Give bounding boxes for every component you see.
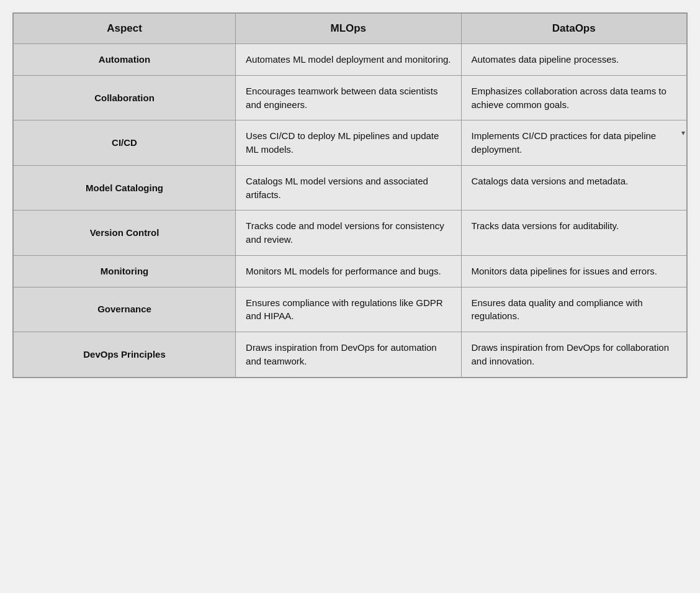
cell-mlops: Encourages teamwork between data scienti… [236,75,461,120]
table-row: MonitoringMonitors ML models for perform… [14,255,687,287]
table-header-row: Aspect MLOps DataOps [14,14,687,44]
cell-dataops: Draws inspiration from DevOps for collab… [461,332,686,378]
cell-mlops: Monitors ML models for performance and b… [236,255,461,287]
cell-mlops: Ensures compliance with regulations like… [236,287,461,332]
cell-mlops: Automates ML model deployment and monito… [236,44,461,76]
table-row: Model CatalogingCatalogs ML model versio… [14,165,687,210]
cell-dataops: Catalogs data versions and metadata. [461,165,686,210]
cell-dataops: Ensures data quality and compliance with… [461,287,686,332]
cell-aspect: Version Control [14,210,236,256]
table-row: CI/CDUses CI/CD to deploy ML pipelines a… [14,120,687,166]
cell-mlops: Uses CI/CD to deploy ML pipelines and up… [236,120,461,166]
cell-mlops: Catalogs ML model versions and associate… [236,165,461,210]
comparison-table-container: Aspect MLOps DataOps AutomationAutomates… [12,12,688,378]
cell-dataops: Automates data pipeline processes. [461,44,686,76]
cell-dataops: Monitors data pipelines for issues and e… [461,255,686,287]
cell-dataops: Implements CI/CD practices for data pipe… [461,120,686,166]
table-row: AutomationAutomates ML model deployment … [14,44,687,76]
header-dataops: DataOps [461,14,686,44]
header-mlops: MLOps [236,14,461,44]
header-aspect: Aspect [14,14,236,44]
cell-aspect: Automation [14,44,236,76]
cell-aspect: DevOps Principles [14,332,236,378]
table-row: GovernanceEnsures compliance with regula… [14,287,687,332]
table-row: DevOps PrinciplesDraws inspiration from … [14,332,687,378]
cell-dataops: Emphasizes collaboration across data tea… [461,75,686,120]
cell-aspect: CI/CD [14,120,236,166]
table-row: Version ControlTracks code and model ver… [14,210,687,256]
cell-aspect: Monitoring [14,255,236,287]
cell-mlops: Draws inspiration from DevOps for automa… [236,332,461,378]
cell-aspect: Collaboration [14,75,236,120]
cell-aspect: Governance [14,287,236,332]
table-row: CollaborationEncourages teamwork between… [14,75,687,120]
cell-mlops: Tracks code and model versions for consi… [236,210,461,256]
cell-dataops: Tracks data versions for auditability. [461,210,686,256]
comparison-table: Aspect MLOps DataOps AutomationAutomates… [13,13,687,378]
cell-aspect: Model Cataloging [14,165,236,210]
